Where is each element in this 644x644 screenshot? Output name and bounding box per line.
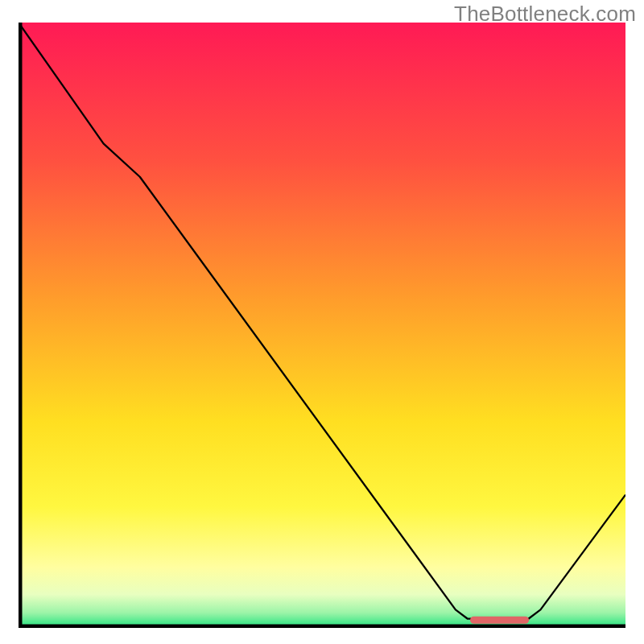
chart-plot xyxy=(19,23,625,628)
chart-svg xyxy=(19,23,625,628)
chart-frame: TheBottleneck.com xyxy=(0,0,644,644)
gradient-background xyxy=(19,23,625,628)
